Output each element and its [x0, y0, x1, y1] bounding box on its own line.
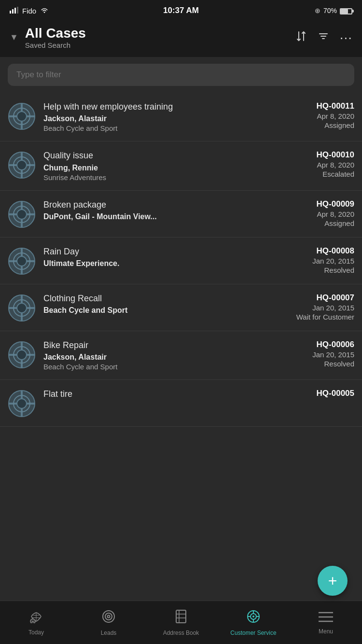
page-title: All Cases: [25, 26, 86, 41]
case-list: Help with new employees training Jackson…: [0, 93, 362, 427]
case-title: Clothing Recall: [43, 293, 279, 304]
case-date: Jan 20, 2015: [287, 350, 354, 359]
case-title: Rain Day: [43, 246, 279, 257]
today-icon: [29, 610, 43, 627]
case-meta: HQ-00008 Jan 20, 2015 Resolved: [287, 246, 354, 274]
page-subtitle: Saved Search: [25, 41, 86, 49]
case-meta: HQ-00010 Apr 8, 2020 Escalated: [287, 150, 354, 178]
case-date: Apr 8, 2020: [287, 112, 354, 120]
case-meta: HQ-00007 Jan 20, 2015 Wait for Customer: [287, 293, 354, 321]
case-date: Apr 8, 2020: [287, 210, 354, 218]
header-left: ▼ All Cases Saved Search: [10, 26, 86, 49]
nav-item-today[interactable]: Today: [0, 610, 72, 636]
case-person: DuPont, Gail - Mountain View...: [43, 212, 279, 221]
case-number: HQ-00006: [287, 340, 354, 350]
bottom-nav: Today Leads Address Book: [0, 601, 362, 644]
header-actions: ···: [295, 30, 352, 45]
case-body: Flat tire: [43, 389, 279, 402]
case-list-item[interactable]: Bike Repair Jackson, Alastair Beach Cycl…: [0, 331, 362, 380]
svg-rect-3: [17, 7, 18, 14]
case-list-item[interactable]: Help with new employees training Jackson…: [0, 93, 362, 141]
case-status: Resolved: [287, 360, 354, 368]
nav-item-leads[interactable]: Leads: [72, 609, 145, 636]
header: ▼ All Cases Saved Search ···: [0, 21, 362, 57]
case-status: Assigned: [287, 121, 354, 129]
svg-point-4: [44, 12, 45, 13]
case-meta: HQ-00009 Apr 8, 2020 Assigned: [287, 199, 354, 227]
menu-icon: [319, 611, 333, 626]
case-list-item[interactable]: Clothing Recall Beach Cycle and Sport HQ…: [0, 284, 362, 331]
case-date: Apr 8, 2020: [287, 161, 354, 169]
status-right: ⊕ 70%: [315, 7, 352, 14]
signal-bars-icon: [10, 7, 18, 15]
nav-item-customer-service[interactable]: Customer Service: [217, 609, 290, 636]
case-status: Assigned: [287, 219, 354, 227]
status-left: Fido: [10, 7, 49, 15]
case-lifesaver-icon: [8, 102, 36, 130]
more-options-icon[interactable]: ···: [340, 30, 352, 45]
nav-label-menu: Menu: [319, 628, 333, 635]
case-company: Sunrise Adventures: [43, 173, 279, 182]
wifi-icon: [40, 7, 49, 15]
filter-input[interactable]: [8, 64, 354, 86]
case-person: Beach Cycle and Sport: [43, 306, 279, 315]
case-date: Jan 20, 2015: [287, 304, 354, 312]
case-body: Quality issue Chung, Rennie Sunrise Adve…: [43, 150, 279, 181]
svg-point-67: [108, 615, 110, 617]
case-meta: HQ-00011 Apr 8, 2020 Assigned: [287, 101, 354, 129]
svg-point-47: [14, 300, 30, 316]
location-icon: ⊕: [315, 7, 320, 14]
case-status: Resolved: [287, 266, 354, 274]
nav-item-menu[interactable]: Menu: [290, 611, 362, 635]
case-list-item[interactable]: Rain Day Ultimate Experience. HQ-00008 J…: [0, 238, 362, 284]
case-title: Broken package: [43, 199, 279, 210]
address-book-icon: [174, 609, 188, 627]
case-person: Chung, Rennie: [43, 164, 279, 172]
customer-service-icon: [246, 609, 261, 627]
case-list-item[interactable]: Flat tire HQ-00005: [0, 380, 362, 427]
case-company: Beach Cycle and Sport: [43, 363, 279, 371]
svg-point-66: [105, 613, 112, 620]
nav-label-address-book: Address Book: [163, 630, 199, 636]
case-person: Jackson, Alastair: [43, 353, 279, 362]
case-company: Beach Cycle and Sport: [43, 124, 279, 132]
case-number: HQ-00009: [287, 199, 354, 209]
case-number: HQ-00007: [287, 293, 354, 303]
sort-icon[interactable]: [295, 30, 307, 45]
add-case-fab[interactable]: +: [318, 566, 348, 596]
case-status: Wait for Customer: [287, 313, 354, 321]
case-lifesaver-icon: [8, 294, 36, 322]
dropdown-arrow-icon[interactable]: ▼: [10, 32, 18, 42]
svg-point-65: [103, 611, 114, 622]
case-body: Rain Day Ultimate Experience.: [43, 246, 279, 269]
svg-rect-0: [10, 11, 11, 14]
case-title: Quality issue: [43, 150, 279, 161]
case-list-item[interactable]: Broken package DuPont, Gail - Mountain V…: [0, 191, 362, 238]
case-title: Help with new employees training: [43, 101, 279, 112]
nav-item-address-book[interactable]: Address Book: [145, 609, 217, 636]
case-status: Escalated: [287, 170, 354, 178]
case-title: Flat tire: [43, 389, 279, 400]
case-body: Bike Repair Jackson, Alastair Beach Cycl…: [43, 340, 279, 371]
svg-point-63: [14, 395, 30, 412]
nav-label-customer-service: Customer Service: [230, 630, 276, 636]
svg-point-31: [14, 206, 30, 223]
svg-rect-1: [12, 9, 14, 14]
case-number: HQ-00011: [287, 101, 354, 111]
svg-point-23: [14, 157, 30, 173]
status-bar: Fido 10:37 AM ⊕ 70%: [0, 0, 362, 21]
svg-point-55: [14, 347, 30, 363]
leads-icon: [101, 609, 116, 627]
case-lifesaver-icon: [8, 390, 36, 418]
header-title-block: All Cases Saved Search: [25, 26, 86, 49]
case-lifesaver-icon: [8, 247, 36, 275]
svg-point-74: [252, 616, 254, 617]
filter-icon[interactable]: [318, 30, 329, 45]
case-list-item[interactable]: Quality issue Chung, Rennie Sunrise Adve…: [0, 141, 362, 190]
case-body: Help with new employees training Jackson…: [43, 101, 279, 132]
nav-label-today: Today: [28, 629, 44, 636]
case-person: Ultimate Experience.: [43, 259, 279, 268]
filter-bar: [0, 57, 362, 93]
case-lifesaver-icon: [8, 341, 36, 369]
carrier-label: Fido: [22, 7, 36, 15]
